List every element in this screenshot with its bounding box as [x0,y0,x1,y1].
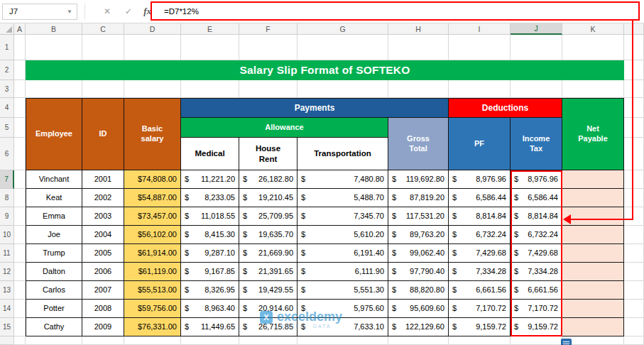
cell-gross-total[interactable]: $117,531.20 [388,207,449,226]
cell-pf[interactable]: $6,732.24 [449,226,511,244]
empty-cell[interactable] [14,263,26,281]
cell-medical[interactable]: $9,287.10 [181,244,239,263]
empty-cell[interactable] [298,336,388,345]
cell-medical[interactable]: $11,449.65 [181,318,239,336]
empty-cell[interactable] [624,189,644,207]
cell-net-payable[interactable] [562,300,624,318]
cell-gross-total[interactable]: $95,609.60 [388,300,449,318]
empty-cell[interactable] [14,170,26,189]
cell-basic-salary[interactable]: $61,119.00 [124,263,181,281]
cell-house-rent[interactable]: $19,429.55 [239,281,298,300]
cell-net-payable[interactable] [562,226,624,244]
cell-basic-salary[interactable]: $76,331.00 [124,318,181,336]
cell-net-payable[interactable] [562,207,624,226]
cell-id[interactable]: 2002 [82,189,124,207]
select-all-corner[interactable] [0,23,14,35]
column-header-B[interactable]: B [26,23,82,35]
row-header-10[interactable]: 10 [0,226,14,244]
empty-cell[interactable] [14,35,26,60]
row-header-3[interactable]: 3 [0,80,14,98]
cell-id[interactable]: 2001 [82,170,124,189]
empty-cell[interactable] [82,35,124,60]
cell-employee[interactable]: Cathy [26,318,82,336]
cell-employee[interactable]: Potter [26,300,82,318]
empty-cell[interactable] [624,300,644,318]
cell-transportation[interactable]: $5,610.20 [298,226,388,244]
cell-pf[interactable]: $7,429.68 [449,244,511,263]
row-header-9[interactable]: 9 [0,207,14,226]
empty-cell[interactable] [26,336,82,345]
cell-income-tax[interactable]: $6,661.56 [511,281,562,300]
cancel-icon[interactable]: ✕ [104,6,111,16]
cell-house-rent[interactable]: $19,635.70 [239,226,298,244]
empty-cell[interactable] [624,118,644,138]
cell-income-tax[interactable]: $6,586.44 [511,189,562,207]
cell-house-rent[interactable]: $21,391.65 [239,263,298,281]
empty-cell[interactable] [624,281,644,300]
header-income-tax[interactable]: Income Tax [511,118,562,170]
empty-cell[interactable] [624,336,644,345]
empty-cell[interactable] [388,80,449,98]
cell-pf[interactable]: $6,586.44 [449,189,511,207]
column-header-C[interactable]: C [82,23,124,35]
row-header-2[interactable]: 2 [0,60,14,80]
cell-transportation[interactable]: $7,345.70 [298,207,388,226]
cell-net-payable[interactable] [562,263,624,281]
empty-cell[interactable] [298,80,388,98]
column-header-E[interactable]: E [181,23,239,35]
empty-cell[interactable] [14,189,26,207]
cell-employee[interactable]: Joe [26,226,82,244]
empty-cell[interactable] [124,80,181,98]
cell-basic-salary[interactable]: $54,887.00 [124,189,181,207]
cell-id[interactable]: 2007 [82,281,124,300]
cell-gross-total[interactable]: $97,790.40 [388,263,449,281]
empty-cell[interactable] [511,336,562,345]
empty-cell[interactable] [14,336,26,345]
cell-transportation[interactable]: $6,191.40 [298,244,388,263]
empty-cell[interactable] [14,207,26,226]
cell-transportation[interactable]: $5,488.70 [298,189,388,207]
empty-cell[interactable] [14,80,26,98]
header-basic-salary[interactable]: Basic salary [124,98,181,170]
empty-cell[interactable] [624,318,644,336]
header-medical[interactable]: Medical [181,138,239,170]
row-header-11[interactable]: 11 [0,244,14,263]
cell-employee[interactable]: Trump [26,244,82,263]
cell-basic-salary[interactable]: $59,756.00 [124,300,181,318]
cell-employee[interactable]: Emma [26,207,82,226]
cell-medical[interactable]: $8,963.40 [181,300,239,318]
empty-cell[interactable] [624,138,644,170]
empty-cell[interactable] [82,80,124,98]
empty-cell[interactable] [14,281,26,300]
header-transportation[interactable]: Transportation [298,138,388,170]
empty-cell[interactable] [388,35,449,60]
cell-employee[interactable]: Vinchant [26,170,82,189]
empty-cell[interactable] [449,336,511,345]
row-header-15[interactable]: 15 [0,318,14,336]
cell-employee[interactable]: Dalton [26,263,82,281]
cell-id[interactable]: 2008 [82,300,124,318]
header-net-payable[interactable]: Net Payable [562,98,624,170]
empty-cell[interactable] [624,35,644,60]
empty-cell[interactable] [181,35,239,60]
row-header-6[interactable]: 6 [0,138,14,170]
cell-basic-salary[interactable]: $55,513.00 [124,281,181,300]
empty-cell[interactable] [449,80,511,98]
column-header-K[interactable]: K [562,23,624,35]
cell-transportation[interactable]: $5,551.30 [298,281,388,300]
cell-medical[interactable]: $11,018.55 [181,207,239,226]
formula-input[interactable]: =D7*12% [164,7,199,16]
empty-cell[interactable] [14,98,26,118]
cell-medical[interactable]: $8,326.95 [181,281,239,300]
empty-cell[interactable] [14,226,26,244]
row-header-14[interactable]: 14 [0,300,14,318]
cell-pf[interactable]: $9,159.72 [449,318,511,336]
cell-id[interactable]: 2009 [82,318,124,336]
cell-net-payable[interactable] [562,281,624,300]
cell-medical[interactable]: $8,233.05 [181,189,239,207]
row-header-8[interactable]: 8 [0,189,14,207]
empty-cell[interactable] [14,300,26,318]
cell-id[interactable]: 2005 [82,244,124,263]
cell-id[interactable]: 2006 [82,263,124,281]
empty-cell[interactable] [26,80,82,98]
